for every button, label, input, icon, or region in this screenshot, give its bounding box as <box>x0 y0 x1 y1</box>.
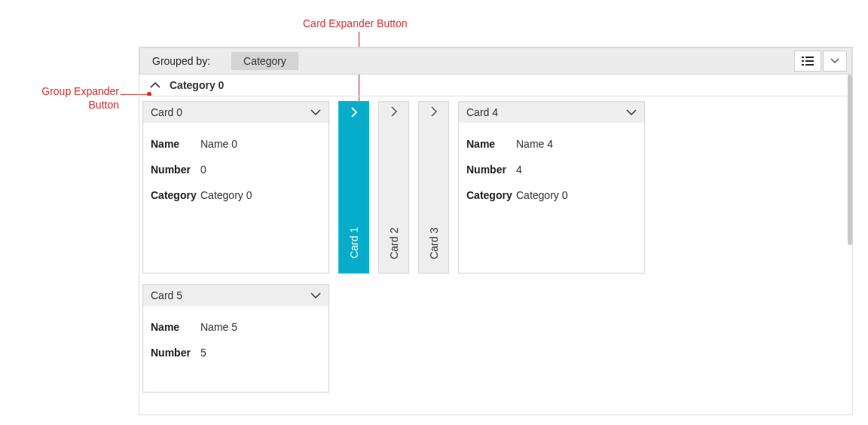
card-title: Card 2 <box>388 228 400 259</box>
card-body: Name Name 5 Number 5 <box>143 306 329 380</box>
svg-rect-0 <box>802 57 804 58</box>
field-label: Category <box>466 189 516 201</box>
svg-rect-3 <box>805 60 814 62</box>
card-body: Name Name 4 Number 4 Category Category 0 <box>459 123 644 222</box>
field-label: Number <box>151 164 200 176</box>
group-title: Category 0 <box>170 79 224 91</box>
field-value: 0 <box>200 164 206 176</box>
chevron-right-icon <box>430 107 438 119</box>
card-2-collapsed[interactable]: Card 2 <box>378 101 409 274</box>
field-label: Name <box>151 321 200 333</box>
chevron-down-icon <box>310 289 321 301</box>
card-1-collapsed[interactable]: Card 1 <box>338 101 369 274</box>
card-title: Card 5 <box>151 289 182 301</box>
cards-wrap: Card 0 Name Name 0 Numbe <box>139 101 852 408</box>
card-expander-button[interactable] <box>430 106 438 119</box>
group-header: Category 0 <box>139 75 852 96</box>
svg-rect-4 <box>802 64 804 66</box>
field-row: Name Name 0 <box>151 138 322 150</box>
content-area: Category 0 Card 0 <box>139 75 852 413</box>
field-label: Number <box>466 164 516 176</box>
card-3-collapsed[interactable]: Card 3 <box>418 101 449 274</box>
list-icon <box>802 56 814 66</box>
card-title: Card 4 <box>466 106 498 118</box>
card-expander-button[interactable] <box>390 106 398 119</box>
field-value: Category 0 <box>200 189 252 201</box>
field-value: 5 <box>200 347 206 359</box>
field-label: Number <box>151 347 200 359</box>
field-row: Number 4 <box>466 164 638 176</box>
field-label: Category <box>151 189 200 201</box>
card-4: Card 4 Name Name 4 Numbe <box>458 101 645 274</box>
view-mode-dropdown-button[interactable] <box>823 50 847 72</box>
chevron-right-icon <box>350 108 358 120</box>
svg-rect-2 <box>802 60 804 62</box>
field-label: Name <box>151 138 200 150</box>
card-0: Card 0 Name Name 0 Numbe <box>142 101 329 274</box>
field-value: Name 4 <box>516 138 553 150</box>
group-expander-button[interactable] <box>150 81 160 89</box>
field-row: Category Category 0 <box>466 189 638 201</box>
view-mode-button[interactable] <box>794 50 821 72</box>
grouping-toolbar: Grouped by: Category <box>139 47 852 75</box>
card-header: Card 0 <box>143 102 329 123</box>
chevron-down-icon <box>626 106 637 118</box>
chevron-right-icon <box>390 107 398 119</box>
vertical-scrollbar-thumb[interactable] <box>848 75 852 245</box>
card-5: Card 5 Name Name 5 Numbe <box>142 284 329 393</box>
field-value: Name 0 <box>200 138 237 150</box>
chevron-down-icon <box>310 106 321 118</box>
card-collapse-button[interactable] <box>310 289 321 301</box>
card-title: Card 1 <box>348 227 360 258</box>
card-title: Card 3 <box>428 228 440 259</box>
field-row: Number 0 <box>151 164 322 176</box>
divider <box>141 96 851 96</box>
card-header: Card 4 <box>459 102 644 123</box>
field-value: 4 <box>516 164 522 176</box>
card-header: Card 5 <box>143 285 329 306</box>
field-row: Name Name 5 <box>151 321 322 333</box>
field-value: Name 5 <box>200 321 237 333</box>
card-expander-button[interactable] <box>350 107 358 120</box>
svg-rect-1 <box>805 57 814 58</box>
field-row: Category Category 0 <box>151 189 322 201</box>
card-view-panel: Grouped by: Category <box>139 47 853 415</box>
card-collapse-button[interactable] <box>626 106 637 118</box>
field-value: Category 0 <box>516 189 567 201</box>
card-body: Name Name 0 Number 0 Category Category 0 <box>143 123 329 222</box>
chevron-down-icon <box>830 58 839 64</box>
card-title: Card 0 <box>151 106 182 118</box>
annotation-card-expander: Card Expander Button <box>303 17 408 30</box>
field-label: Name <box>466 138 516 150</box>
card-row: Card 0 Name Name 0 Numbe <box>142 101 851 274</box>
grouped-by-label: Grouped by: <box>152 55 210 67</box>
card-row: Card 5 Name Name 5 Numbe <box>142 284 851 393</box>
svg-rect-5 <box>805 64 814 66</box>
field-row: Number 5 <box>151 347 322 359</box>
field-row: Name Name 4 <box>466 138 638 150</box>
annotation-group-expander: Group Expander Button <box>15 84 119 112</box>
group-field-chip[interactable]: Category <box>231 52 298 70</box>
card-collapse-button[interactable] <box>310 106 321 118</box>
